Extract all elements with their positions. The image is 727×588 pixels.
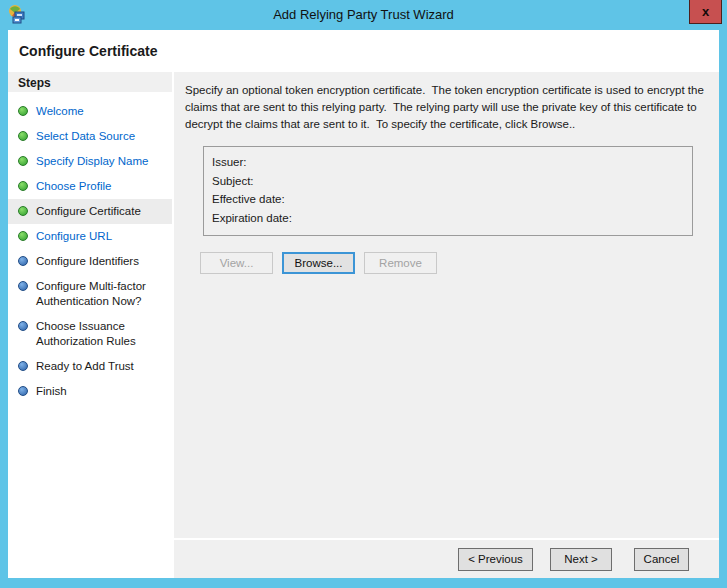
page-description: Specify an optional token encryption cer… bbox=[185, 82, 705, 133]
step-configure-multi-factor: Configure Multi-factor Authentication No… bbox=[8, 274, 172, 314]
step-specify-display-name: Specify Display Name bbox=[8, 149, 172, 174]
subject-label: Subject: bbox=[212, 172, 684, 191]
effective-date-label: Effective date: bbox=[212, 190, 684, 209]
step-welcome: Welcome bbox=[8, 99, 172, 124]
wizard-nav-footer: < Previous Next > Cancel bbox=[174, 540, 719, 578]
step-finish: Finish bbox=[8, 379, 172, 404]
step-choose-issuance-rules: Choose Issuance Authorization Rules bbox=[8, 314, 172, 354]
certificate-actions: View... Browse... Remove bbox=[200, 252, 705, 274]
step-status-icon bbox=[18, 281, 28, 291]
previous-button[interactable]: < Previous bbox=[458, 548, 533, 571]
page-header: Configure Certificate bbox=[8, 30, 719, 72]
step-configure-certificate: Configure Certificate bbox=[8, 199, 172, 224]
step-status-icon bbox=[18, 181, 28, 191]
window-title: Add Relying Party Trust Wizard bbox=[40, 7, 687, 22]
step-status-icon bbox=[18, 131, 28, 141]
step-status-icon bbox=[18, 206, 28, 216]
wizard-page-content: Specify an optional token encryption cer… bbox=[174, 72, 719, 538]
step-status-icon bbox=[18, 231, 28, 241]
view-button[interactable]: View... bbox=[200, 252, 273, 274]
step-status-icon bbox=[18, 106, 28, 116]
steps-heading: Steps bbox=[8, 72, 172, 92]
step-status-icon bbox=[18, 361, 28, 371]
close-icon: x bbox=[702, 4, 709, 19]
step-choose-profile: Choose Profile bbox=[8, 174, 172, 199]
page-title: Configure Certificate bbox=[19, 43, 719, 59]
step-configure-identifiers: Configure Identifiers bbox=[8, 249, 172, 274]
steps-list: Welcome Select Data Source Specify Displ… bbox=[8, 92, 172, 404]
titlebar[interactable]: Add Relying Party Trust Wizard x bbox=[0, 0, 727, 30]
step-configure-url: Configure URL bbox=[8, 224, 172, 249]
next-button[interactable]: Next > bbox=[550, 548, 612, 571]
step-status-icon bbox=[18, 386, 28, 396]
wizard-icon bbox=[7, 4, 27, 24]
wizard-dialog: Configure Certificate Steps Welcome Sele… bbox=[8, 30, 719, 578]
certificate-details-box: Issuer: Subject: Effective date: Expirat… bbox=[203, 146, 693, 236]
issuer-label: Issuer: bbox=[212, 153, 684, 172]
wizard-window: Add Relying Party Trust Wizard x Configu… bbox=[0, 0, 727, 588]
step-status-icon bbox=[18, 256, 28, 266]
steps-sidebar: Steps Welcome Select Data Source Specify… bbox=[8, 72, 172, 578]
browse-button[interactable]: Browse... bbox=[282, 252, 355, 274]
step-select-data-source: Select Data Source bbox=[8, 124, 172, 149]
cancel-button[interactable]: Cancel bbox=[634, 548, 689, 571]
close-button[interactable]: x bbox=[689, 0, 722, 24]
step-ready-to-add-trust: Ready to Add Trust bbox=[8, 354, 172, 379]
step-status-icon bbox=[18, 321, 28, 331]
expiration-date-label: Expiration date: bbox=[212, 209, 684, 228]
step-status-icon bbox=[18, 156, 28, 166]
remove-button[interactable]: Remove bbox=[364, 252, 437, 274]
